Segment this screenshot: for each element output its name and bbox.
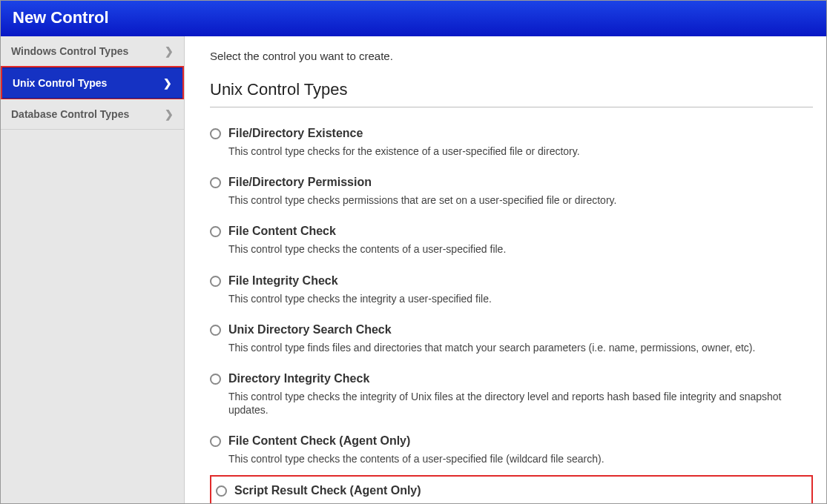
radio-button[interactable]	[210, 128, 221, 139]
page-header: New Control	[1, 1, 826, 36]
option-body: Directory Integrity Check This control t…	[228, 372, 813, 417]
option-directory-integrity-check: Directory Integrity Check This control t…	[210, 366, 813, 428]
layout: Windows Control Types ❯ Unix Control Typ…	[1, 36, 826, 504]
option-desc: This control type checks for the existen…	[228, 145, 813, 158]
option-file-integrity-check: File Integrity Check This control type c…	[210, 268, 813, 317]
option-file-directory-permission: File/Directory Permission This control t…	[210, 170, 813, 219]
section-title: Unix Control Types	[210, 80, 813, 107]
option-title: Unix Directory Search Check	[228, 323, 813, 336]
option-desc: This control type checks the integrity o…	[228, 390, 813, 417]
radio-button[interactable]	[210, 177, 221, 188]
sidebar-item-label: Unix Control Types	[13, 77, 107, 89]
option-body: File Content Check (Agent Only) This con…	[228, 434, 813, 465]
chevron-right-icon: ❯	[163, 77, 172, 89]
option-body: Script Result Check (Agent Only) This co…	[234, 484, 805, 505]
sidebar-highlight: Unix Control Types ❯	[1, 66, 184, 100]
radio-button[interactable]	[210, 276, 221, 287]
option-title: File Content Check	[228, 225, 813, 238]
option-file-content-check-agent-only: File Content Check (Agent Only) This con…	[210, 428, 813, 477]
option-file-content-check: File Content Check This control type che…	[210, 219, 813, 268]
sidebar-item-label: Windows Control Types	[11, 45, 128, 57]
option-title: File Content Check (Agent Only)	[228, 434, 813, 448]
option-body: File/Directory Existence This control ty…	[228, 127, 813, 158]
option-body: File Content Check This control type che…	[228, 225, 813, 256]
radio-button[interactable]	[210, 325, 221, 336]
option-desc: This control type checks the integrity a…	[228, 292, 813, 305]
main-panel: Select the control you want to create. U…	[185, 36, 826, 504]
option-title: Directory Integrity Check	[228, 372, 813, 385]
sidebar-item-unix-control-types[interactable]: Unix Control Types ❯	[2, 67, 182, 99]
option-title: File/Directory Permission	[228, 176, 813, 189]
option-body: File/Directory Permission This control t…	[228, 176, 813, 207]
radio-button[interactable]	[210, 226, 221, 237]
option-title: File Integrity Check	[228, 274, 813, 288]
option-desc: This control type checks the contents of…	[228, 452, 813, 465]
option-unix-directory-search-check: Unix Directory Search Check This control…	[210, 317, 813, 366]
option-desc: This control type checks the contents of…	[228, 242, 813, 256]
page-title: New Control	[13, 8, 109, 27]
intro-text: Select the control you want to create.	[210, 50, 813, 62]
sidebar-item-label: Database Control Types	[11, 108, 129, 120]
chevron-right-icon: ❯	[165, 45, 174, 57]
option-desc: This control type checks permissions tha…	[228, 193, 813, 207]
option-script-result-check-agent-only: Script Result Check (Agent Only) This co…	[210, 475, 813, 505]
sidebar-item-database-control-types[interactable]: Database Control Types ❯	[1, 99, 184, 130]
option-file-directory-existence: File/Directory Existence This control ty…	[210, 121, 813, 170]
sidebar-item-windows-control-types[interactable]: Windows Control Types ❯	[1, 36, 184, 67]
option-desc: This control type finds files and direct…	[228, 341, 813, 354]
option-title: File/Directory Existence	[228, 127, 813, 140]
sidebar: Windows Control Types ❯ Unix Control Typ…	[1, 36, 185, 504]
option-title: Script Result Check (Agent Only)	[234, 484, 805, 497]
option-body: File Integrity Check This control type c…	[228, 274, 813, 305]
radio-button[interactable]	[216, 485, 227, 497]
chevron-right-icon: ❯	[165, 108, 174, 120]
option-desc: This control type collects results of th…	[234, 502, 805, 505]
option-body: Unix Directory Search Check This control…	[228, 323, 813, 354]
radio-button[interactable]	[210, 374, 221, 385]
radio-button[interactable]	[210, 436, 221, 447]
